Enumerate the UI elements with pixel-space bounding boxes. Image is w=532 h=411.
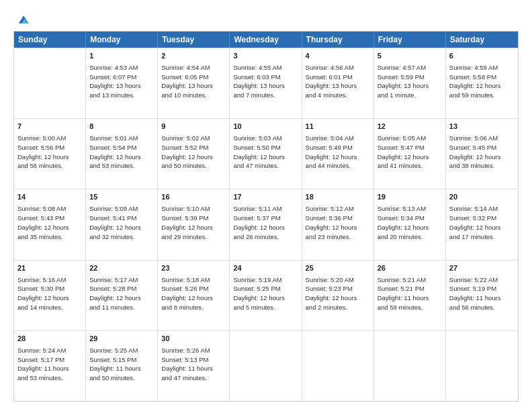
day-info-line: Sunset: 5:17 PM	[17, 355, 82, 365]
day-info-line: and 59 minutes.	[449, 91, 515, 100]
day-info-line: Daylight: 12 hours	[449, 152, 515, 162]
day-info-line: Sunset: 6:05 PM	[161, 73, 226, 82]
day-info-line: Sunrise: 5:19 AM	[233, 275, 298, 285]
day-info-line: Daylight: 12 hours	[306, 293, 370, 303]
day-header-sunday: Sunday	[14, 32, 86, 48]
day-info-line: Sunset: 5:47 PM	[378, 143, 442, 152]
day-info-line: and 35 minutes.	[17, 232, 82, 242]
day-info-line: Daylight: 12 hours	[161, 152, 226, 162]
day-info-line: Sunset: 5:54 PM	[89, 143, 154, 152]
day-info-line: and 11 minutes.	[89, 303, 154, 312]
calendar-day-25: 25Sunrise: 5:20 AMSunset: 5:23 PMDayligh…	[302, 261, 374, 330]
day-info-line: Sunset: 6:07 PM	[89, 73, 154, 82]
day-header-wednesday: Wednesday	[230, 32, 302, 48]
day-info-line: Daylight: 12 hours	[449, 223, 515, 232]
day-info-line: Sunrise: 5:24 AM	[17, 346, 82, 355]
day-info-line: Sunset: 5:52 PM	[161, 143, 226, 152]
day-number: 16	[161, 192, 226, 203]
day-info-line: and 32 minutes.	[89, 232, 154, 242]
day-info-line: Daylight: 13 hours	[378, 81, 442, 91]
day-info-line: Sunset: 5:32 PM	[449, 214, 515, 223]
calendar-week-5: 28Sunrise: 5:24 AMSunset: 5:17 PMDayligh…	[14, 330, 518, 401]
day-info-line: Sunrise: 5:12 AM	[306, 204, 370, 214]
calendar-day-6: 6Sunrise: 4:59 AMSunset: 5:58 PMDaylight…	[446, 48, 518, 118]
day-number: 3	[233, 51, 298, 62]
day-number: 24	[233, 263, 298, 274]
day-info-line: Daylight: 12 hours	[161, 293, 226, 303]
day-header-tuesday: Tuesday	[158, 32, 230, 48]
day-info-line: and 10 minutes.	[161, 91, 226, 100]
day-info-line: Sunset: 5:56 PM	[17, 143, 82, 152]
day-info-line: Sunrise: 5:22 AM	[449, 275, 515, 285]
day-number: 21	[17, 263, 82, 274]
day-header-friday: Friday	[374, 32, 446, 48]
day-info-line: Daylight: 11 hours	[378, 293, 442, 303]
day-number: 9	[161, 122, 226, 132]
day-info-line: Sunset: 6:03 PM	[233, 73, 298, 82]
calendar-day-19: 19Sunrise: 5:13 AMSunset: 5:34 PMDayligh…	[374, 189, 446, 259]
day-header-thursday: Thursday	[302, 32, 374, 48]
calendar-day-16: 16Sunrise: 5:10 AMSunset: 5:39 PMDayligh…	[158, 189, 230, 259]
day-info-line: Sunrise: 5:13 AM	[378, 204, 442, 214]
day-info-line: and 47 minutes.	[233, 161, 298, 171]
day-number: 17	[233, 192, 298, 203]
day-number: 1	[89, 51, 154, 62]
day-info-line: and 47 minutes.	[161, 373, 226, 383]
calendar-body: 1Sunrise: 4:53 AMSunset: 6:07 PMDaylight…	[14, 48, 518, 401]
day-number: 22	[89, 263, 154, 274]
day-info-line: Sunrise: 4:53 AM	[89, 63, 154, 73]
day-info-line: Daylight: 13 hours	[161, 81, 226, 91]
calendar-day-empty	[302, 331, 374, 401]
day-info-line: Sunset: 5:30 PM	[17, 284, 82, 293]
day-info-line: Sunset: 5:50 PM	[233, 143, 298, 152]
day-info-line: Sunrise: 4:59 AM	[449, 63, 515, 73]
day-info-line: Sunrise: 5:08 AM	[17, 204, 82, 214]
day-info-line: Daylight: 11 hours	[89, 364, 154, 373]
calendar-day-empty	[446, 331, 518, 401]
day-info-line: and 26 minutes.	[233, 232, 298, 242]
day-info-line: Daylight: 12 hours	[378, 152, 442, 162]
day-info-line: and 50 minutes.	[161, 161, 226, 171]
day-info-line: and 59 minutes.	[378, 303, 442, 312]
day-info-line: Sunset: 5:37 PM	[233, 214, 298, 223]
calendar-day-26: 26Sunrise: 5:21 AMSunset: 5:21 PMDayligh…	[374, 261, 446, 330]
day-header-saturday: Saturday	[446, 32, 518, 48]
calendar-day-empty	[14, 48, 86, 118]
day-info-line: Sunset: 5:58 PM	[449, 73, 515, 82]
day-info-line: and 44 minutes.	[306, 161, 370, 171]
day-info-line: Daylight: 12 hours	[17, 223, 82, 232]
day-info-line: Daylight: 12 hours	[161, 223, 226, 232]
calendar-day-15: 15Sunrise: 5:09 AMSunset: 5:41 PMDayligh…	[86, 189, 158, 259]
calendar-day-9: 9Sunrise: 5:02 AMSunset: 5:52 PMDaylight…	[158, 119, 230, 189]
calendar: SundayMondayTuesdayWednesdayThursdayFrid…	[13, 31, 519, 402]
calendar-day-30: 30Sunrise: 5:26 AMSunset: 5:13 PMDayligh…	[158, 331, 230, 401]
header	[13, 12, 519, 24]
day-info-line: Daylight: 12 hours	[378, 223, 442, 232]
day-info-line: Sunrise: 4:54 AM	[161, 63, 226, 73]
day-info-line: Sunset: 5:28 PM	[89, 284, 154, 293]
day-number: 28	[17, 334, 82, 345]
day-info-line: Daylight: 12 hours	[233, 293, 298, 303]
day-info-line: Daylight: 12 hours	[449, 81, 515, 91]
calendar-day-18: 18Sunrise: 5:12 AMSunset: 5:36 PMDayligh…	[302, 189, 374, 259]
day-info-line: Sunrise: 5:01 AM	[89, 134, 154, 143]
day-info-line: Sunrise: 5:10 AM	[161, 204, 226, 214]
page: SundayMondayTuesdayWednesdayThursdayFrid…	[0, 0, 532, 411]
day-info-line: Sunset: 5:59 PM	[378, 73, 442, 82]
day-info-line: Daylight: 12 hours	[17, 293, 82, 303]
day-info-line: Sunrise: 5:21 AM	[378, 275, 442, 285]
day-info-line: Sunrise: 5:04 AM	[306, 134, 370, 143]
calendar-header: SundayMondayTuesdayWednesdayThursdayFrid…	[14, 32, 518, 48]
day-info-line: Sunset: 5:34 PM	[378, 214, 442, 223]
day-number: 26	[378, 263, 442, 274]
day-info-line: Sunset: 5:15 PM	[89, 355, 154, 365]
calendar-day-14: 14Sunrise: 5:08 AMSunset: 5:43 PMDayligh…	[14, 189, 86, 259]
day-info-line: Sunset: 5:21 PM	[378, 284, 442, 293]
day-number: 14	[17, 192, 82, 203]
day-number: 12	[378, 122, 442, 132]
day-info-line: Sunrise: 5:14 AM	[449, 204, 515, 214]
day-info-line: Daylight: 12 hours	[89, 223, 154, 232]
day-info-line: Daylight: 13 hours	[89, 81, 154, 91]
calendar-day-7: 7Sunrise: 5:00 AMSunset: 5:56 PMDaylight…	[14, 119, 86, 189]
day-info-line: Sunrise: 5:18 AM	[161, 275, 226, 285]
